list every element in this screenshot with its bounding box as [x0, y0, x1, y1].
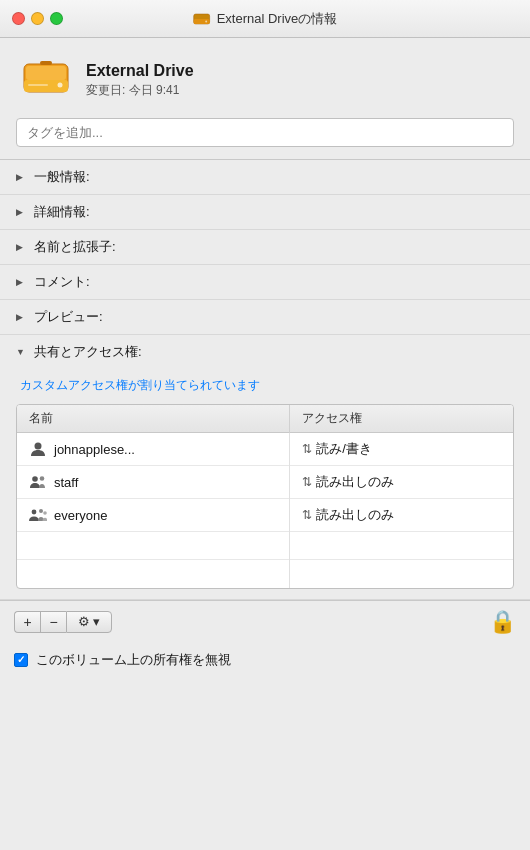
svg-point-10	[32, 476, 38, 482]
lock-icon[interactable]: 🔒	[489, 609, 516, 635]
chevron-down-icon: ▾	[93, 614, 100, 629]
triangle-general: ▶	[16, 172, 28, 182]
drive-info: External Drive 変更日: 今日 9:41	[86, 62, 194, 99]
triangle-preview: ▶	[16, 312, 28, 322]
ignore-ownership-label: このボリューム上の所有権を無視	[36, 651, 231, 669]
maximize-button[interactable]	[50, 12, 63, 25]
svg-point-6	[58, 83, 63, 88]
table-row[interactable]: johnapplese... ⇅ 読み/書き	[17, 433, 513, 466]
svg-rect-5	[26, 66, 66, 80]
tag-input[interactable]	[16, 118, 514, 147]
section-sharing: ▼ 共有とアクセス権: カスタムアクセス権が割り当てられています 名前 アクセス…	[0, 335, 530, 600]
modified-date: 変更日: 今日 9:41	[86, 83, 179, 97]
bottom-toolbar: + − ⚙ ▾ 🔒	[0, 600, 530, 643]
label-general: 一般情報:	[34, 168, 90, 186]
table-row[interactable]: everyone ⇅ 読み出しのみ	[17, 499, 513, 532]
permissions-table-wrapper: 名前 アクセス権	[16, 404, 514, 589]
label-details: 詳細情報:	[34, 203, 90, 221]
svg-rect-8	[40, 61, 52, 65]
table-row-empty	[17, 532, 513, 560]
table-header-row: 名前 アクセス権	[17, 405, 513, 433]
ignore-ownership-row: このボリューム上の所有権を無視	[0, 643, 530, 681]
perm-arrows-icon: ⇅	[302, 508, 312, 522]
user-icon	[29, 440, 47, 458]
user-access-cell[interactable]: ⇅ 読み出しのみ	[290, 499, 513, 532]
user-name-cell: everyone	[17, 499, 290, 532]
triangle-sharing: ▼	[16, 347, 28, 357]
col-access-header: アクセス権	[290, 405, 513, 433]
svg-point-11	[40, 476, 45, 481]
perm-arrows-icon: ⇅	[302, 475, 312, 489]
section-comments[interactable]: ▶ コメント:	[0, 265, 530, 300]
user-name-cell: johnapplese...	[17, 433, 290, 466]
hdd-title-icon	[193, 10, 211, 28]
triangle-name-ext: ▶	[16, 242, 28, 252]
everyone-icon	[29, 506, 47, 524]
user-access-cell[interactable]: ⇅ 読み/書き	[290, 433, 513, 466]
svg-point-9	[35, 443, 42, 450]
window-title: External Driveの情報	[193, 10, 338, 28]
svg-point-2	[205, 20, 207, 22]
col-name-header: 名前	[17, 405, 290, 433]
table-row-empty	[17, 560, 513, 588]
triangle-details: ▶	[16, 207, 28, 217]
acl-note: カスタムアクセス権が割り当てられています	[16, 377, 514, 394]
sharing-header[interactable]: ▼ 共有とアクセス権:	[0, 335, 530, 369]
label-sharing: 共有とアクセス権:	[34, 343, 142, 361]
section-general[interactable]: ▶ 一般情報:	[0, 160, 530, 195]
traffic-lights	[12, 12, 63, 25]
gear-button[interactable]: ⚙ ▾	[66, 611, 112, 633]
svg-point-12	[32, 510, 37, 515]
close-button[interactable]	[12, 12, 25, 25]
toolbar-controls: + − ⚙ ▾	[14, 611, 112, 633]
user-access-cell[interactable]: ⇅ 読み出しのみ	[290, 466, 513, 499]
svg-point-14	[43, 511, 47, 515]
label-name-ext: 名前と拡張子:	[34, 238, 116, 256]
svg-rect-1	[194, 19, 210, 24]
user-name-cell: staff	[17, 466, 290, 499]
tag-section	[0, 118, 530, 159]
table-row[interactable]: staff ⇅ 読み出しのみ	[17, 466, 513, 499]
label-preview: プレビュー:	[34, 308, 103, 326]
sharing-content: カスタムアクセス権が割り当てられています 名前 アクセス権	[0, 369, 530, 599]
drive-large-icon	[20, 54, 72, 106]
minimize-button[interactable]	[31, 12, 44, 25]
svg-point-13	[39, 509, 43, 513]
group-icon	[29, 473, 47, 491]
add-button[interactable]: +	[14, 611, 40, 633]
label-comments: コメント:	[34, 273, 90, 291]
titlebar: External Driveの情報	[0, 0, 530, 38]
remove-button[interactable]: −	[40, 611, 66, 633]
drive-header: External Drive 変更日: 今日 9:41	[0, 38, 530, 118]
triangle-comments: ▶	[16, 277, 28, 287]
svg-rect-7	[28, 84, 48, 86]
drive-name: External Drive	[86, 62, 194, 80]
perm-arrows-icon: ⇅	[302, 442, 312, 456]
gear-icon: ⚙	[78, 614, 90, 629]
section-preview[interactable]: ▶ プレビュー:	[0, 300, 530, 335]
section-name-ext[interactable]: ▶ 名前と拡張子:	[0, 230, 530, 265]
section-details[interactable]: ▶ 詳細情報:	[0, 195, 530, 230]
ignore-ownership-checkbox[interactable]	[14, 653, 28, 667]
permissions-table: 名前 アクセス権	[17, 405, 513, 588]
